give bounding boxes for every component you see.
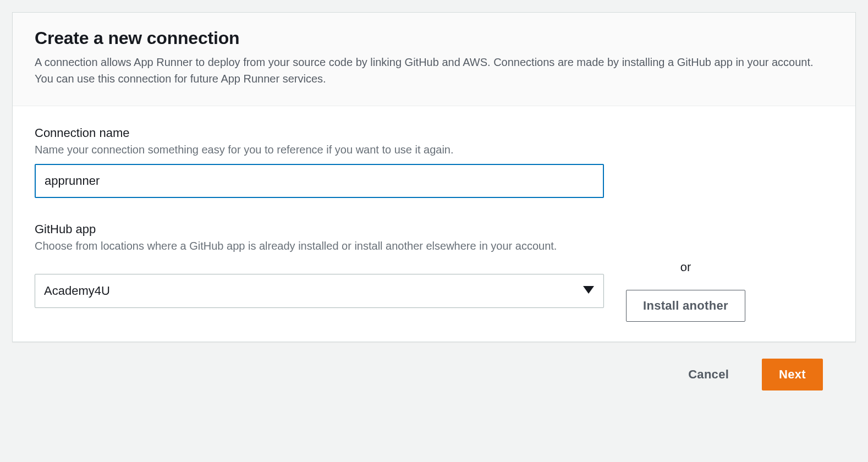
install-another-button[interactable]: Install another (626, 290, 745, 322)
install-another-group: or Install another (626, 260, 745, 322)
panel-header: Create a new connection A connection all… (13, 13, 855, 106)
connection-name-hint: Name your connection something easy for … (35, 144, 833, 156)
github-app-field: GitHub app Choose from locations where a… (35, 222, 833, 322)
connection-name-input[interactable] (35, 164, 604, 198)
connection-name-label: Connection name (35, 126, 833, 140)
github-app-hint: Choose from locations where a GitHub app… (35, 240, 833, 252)
github-app-row: Academy4U or Install another (35, 260, 833, 322)
github-app-select[interactable]: Academy4U (35, 274, 604, 308)
cancel-button[interactable]: Cancel (672, 359, 745, 391)
github-app-label: GitHub app (35, 222, 833, 237)
panel-body: Connection name Name your connection som… (13, 106, 855, 342)
create-connection-panel: Create a new connection A connection all… (12, 12, 856, 342)
page-title: Create a new connection (35, 28, 833, 48)
next-button[interactable]: Next (762, 359, 823, 391)
page-description: A connection allows App Runner to deploy… (35, 54, 833, 87)
connection-name-field: Connection name Name your connection som… (35, 126, 833, 198)
or-text: or (680, 260, 691, 274)
github-app-selected-value: Academy4U (44, 284, 110, 298)
footer-actions: Cancel Next (12, 342, 856, 391)
github-app-select-wrapper: Academy4U (35, 274, 604, 308)
